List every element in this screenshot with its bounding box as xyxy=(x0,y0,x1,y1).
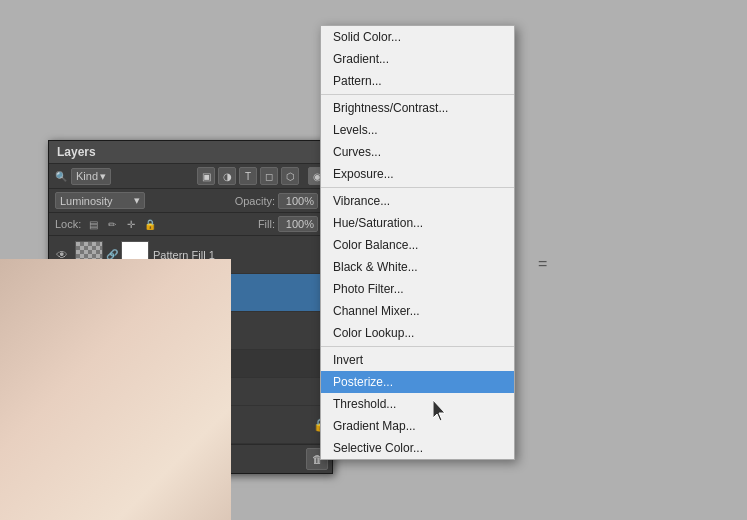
menu-separator xyxy=(321,346,514,347)
menu-item-photo-filter[interactable]: Photo Filter... xyxy=(321,278,514,300)
menu-item-solid-color[interactable]: Solid Color... xyxy=(321,26,514,48)
pixel-layer-filter[interactable]: ▣ xyxy=(197,167,215,185)
blending-row: Luminosity ▾ Opacity: 100% ▾ xyxy=(49,189,332,213)
lock-image-pixels[interactable]: ✏ xyxy=(104,216,120,232)
menu-item-vibrance[interactable]: Vibrance... xyxy=(321,190,514,212)
layer-item[interactable]: 👁 Background 🔒 xyxy=(49,406,332,444)
menu-item-hue-saturation[interactable]: Hue/Saturation... xyxy=(321,212,514,234)
menu-item-posterize[interactable]: Posterize... xyxy=(321,371,514,393)
menu-item-pattern[interactable]: Pattern... xyxy=(321,70,514,92)
chevron-down-icon: ▾ xyxy=(134,194,140,207)
blending-mode-dropdown[interactable]: Luminosity ▾ xyxy=(55,192,145,209)
lock-all[interactable]: 🔒 xyxy=(142,216,158,232)
menu-separator xyxy=(321,94,514,95)
lock-icons: ▤ ✏ ✛ 🔒 xyxy=(85,216,158,232)
layers-panel-title: Layers xyxy=(57,145,96,159)
layers-panel: Layers 🔍 Kind ▾ ▣ ◑ T ◻ ⬡ ◉ Luminosity ▾… xyxy=(48,140,333,474)
layer-list: 👁 🔗 Pattern Fill 1 👁 🔗 Posterize 1 👁 xyxy=(49,236,332,444)
menu-item-black-white[interactable]: Black & White... xyxy=(321,256,514,278)
menu-item-gradient-map[interactable]: Gradient Map... xyxy=(321,415,514,437)
menu-separator xyxy=(321,187,514,188)
layer-filter-icons: ▣ ◑ T ◻ ⬡ ◉ xyxy=(197,167,326,185)
menu-item-color-lookup[interactable]: Color Lookup... xyxy=(321,322,514,344)
layers-title-bar: Layers xyxy=(49,141,332,164)
menu-item-threshold[interactable]: Threshold... xyxy=(321,393,514,415)
menu-item-invert[interactable]: Invert xyxy=(321,349,514,371)
chevron-down-icon: ▾ xyxy=(100,170,106,183)
shape-layer-filter[interactable]: ◻ xyxy=(260,167,278,185)
menu-item-color-balance[interactable]: Color Balance... xyxy=(321,234,514,256)
menu-item-selective-color[interactable]: Selective Color... xyxy=(321,437,514,459)
smart-object-filter[interactable]: ⬡ xyxy=(281,167,299,185)
context-menu: Solid Color... Gradient... Pattern... Br… xyxy=(320,25,515,460)
menu-item-channel-mixer[interactable]: Channel Mixer... xyxy=(321,300,514,322)
opacity-section: Opacity: 100% ▾ xyxy=(235,193,326,209)
layer-thumbnail xyxy=(75,411,103,439)
search-icon: 🔍 xyxy=(55,171,67,182)
menu-item-brightness-contrast[interactable]: Brightness/Contrast... xyxy=(321,97,514,119)
adjustment-layer-filter[interactable]: ◑ xyxy=(218,167,236,185)
layers-kind-toolbar: 🔍 Kind ▾ ▣ ◑ T ◻ ⬡ ◉ xyxy=(49,164,332,189)
lock-position[interactable]: ✛ xyxy=(123,216,139,232)
fill-row: Lock: ▤ ✏ ✛ 🔒 Fill: 100% ▾ xyxy=(49,213,332,236)
kind-dropdown[interactable]: Kind ▾ xyxy=(71,168,111,185)
menu-item-exposure[interactable]: Exposure... xyxy=(321,163,514,185)
type-layer-filter[interactable]: T xyxy=(239,167,257,185)
opacity-input[interactable]: 100% xyxy=(278,193,318,209)
menu-item-gradient[interactable]: Gradient... xyxy=(321,48,514,70)
equals-sign: = xyxy=(538,255,547,273)
lock-transparent-pixels[interactable]: ▤ xyxy=(85,216,101,232)
menu-item-levels[interactable]: Levels... xyxy=(321,119,514,141)
menu-item-curves[interactable]: Curves... xyxy=(321,141,514,163)
fill-section: Fill: 100% ▾ xyxy=(258,216,326,232)
layer-thumb-container xyxy=(75,411,119,439)
fill-input[interactable]: 100% xyxy=(278,216,318,232)
